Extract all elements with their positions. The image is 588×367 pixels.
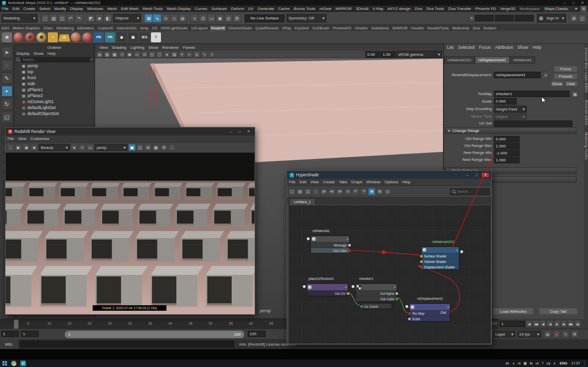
redshift-ies-icon[interactable]: IES — [140, 32, 149, 42]
rotate-tool-icon[interactable]: ↻ — [1, 99, 12, 110]
menu-item[interactable]: Mesh — [105, 6, 119, 11]
bookmarks-icon[interactable]: ▥ — [104, 51, 111, 58]
render-current-frame-icon[interactable]: ◉ — [216, 14, 224, 22]
hypershade-search-input[interactable] — [457, 190, 487, 193]
shelf-tab[interactable]: QuadRemesh — [254, 25, 281, 31]
node-place2dTexture1[interactable]: ≡ Out UV — [306, 283, 348, 296]
node-checker1[interactable]: ≡ Out AlphaOut Color — [355, 283, 397, 302]
image-plane-icon[interactable]: ▦ — [111, 51, 118, 58]
menu-item[interactable]: Curves — [193, 6, 209, 11]
render-settings-gear-icon[interactable]: ⚙ — [160, 144, 167, 151]
play-forward-button[interactable]: ▶ — [554, 320, 560, 327]
region-icon[interactable]: ◌ — [168, 144, 175, 151]
aov-dropdown[interactable]: Beauty ▾ — [39, 144, 70, 151]
scale-field[interactable]: 0.500 — [494, 98, 517, 105]
node-attr-row[interactable]: Scale — [410, 316, 450, 321]
wireframe-icon[interactable]: ◻ — [156, 51, 163, 58]
node-name-field[interactable]: rsDisplacement1 — [494, 72, 541, 78]
node-rsMaterial1SG[interactable]: ≡ Surface ShaderVolume ShaderDisplacemen… — [421, 246, 459, 270]
render-camera-dropdown[interactable]: persp ▾ — [95, 144, 128, 151]
menu-item[interactable]: AXYZ design — [385, 6, 413, 11]
node-header[interactable]: ≡ — [422, 247, 459, 253]
menu-set-dropdown[interactable]: Modeling ▾ — [1, 14, 37, 22]
workspace-dropdown[interactable]: Maya Classic ▾ — [543, 5, 579, 12]
shelf-tab[interactable]: GS — [150, 25, 159, 31]
selection-mask-dropdown[interactable]: Objects ▾ — [113, 14, 141, 22]
previous-graph-icon[interactable]: ↶ — [352, 188, 359, 195]
resolution-gate-icon[interactable]: ◫ — [148, 51, 155, 58]
copy-tab-button[interactable]: Copy Tab — [539, 308, 578, 315]
outliner-item[interactable]: ◉ rsDomeLight1 — [14, 99, 94, 105]
animation-preferences-icon[interactable]: ⚙ — [571, 331, 578, 338]
menu-item[interactable]: 3DtoAll — [354, 6, 371, 11]
select-hierarchy-icon[interactable]: ◩ — [87, 14, 95, 22]
graph-downstream-icon[interactable]: ≫ — [336, 188, 343, 195]
workspace-settings-icon[interactable]: ⊞ — [580, 5, 587, 12]
playback-start-field[interactable]: 1 — [1, 331, 19, 337]
shelf-tab[interactable]: VRay — [281, 25, 293, 31]
shelf-tab[interactable]: GoZBrush — [311, 25, 331, 31]
open-graph-icon[interactable]: ▤ — [296, 188, 303, 195]
paint-select-tool-icon[interactable]: ✎ — [1, 73, 12, 84]
menu-item[interactable]: Ziva Transfer — [446, 6, 473, 11]
node-menu-icon[interactable]: ≡ — [447, 305, 449, 309]
render-options-icon[interactable]: ≡ — [79, 144, 86, 151]
pin-selected-icon[interactable]: ⊕ — [368, 188, 375, 195]
shelf-tab[interactable]: Ziva — [471, 25, 482, 31]
crop-region-icon[interactable]: ▭ — [87, 144, 94, 151]
menu-item[interactable]: Cache — [276, 6, 292, 11]
close-button[interactable]: ✕ — [245, 129, 252, 134]
outliner-menu-item[interactable]: Help — [47, 51, 55, 56]
shelf-tab[interactable]: ASH — [0, 25, 11, 31]
rendered-image[interactable]: Frame 1: 2022-07-04 17:06:26 (2.15s) — [5, 153, 255, 314]
node-output-dot[interactable] — [460, 250, 463, 253]
step-forward-frame-button[interactable]: |▶ — [561, 320, 567, 327]
node-menu-icon[interactable]: ≡ — [456, 248, 458, 252]
shelf-tab[interactable]: KeyShot — [293, 25, 310, 31]
command-language-toggle[interactable]: MEL — [0, 339, 19, 349]
outliner-item[interactable]: ▣ front — [14, 75, 94, 81]
redshift-cylinder-icon[interactable]: ≡ — [48, 32, 58, 42]
shelf-tab[interactable]: Motion Graphics — [11, 25, 42, 31]
hypershade-menu-item[interactable]: Help — [400, 180, 412, 184]
shelf-tab[interactable]: Rendering — [55, 25, 76, 31]
range-value-field[interactable]: 1.000 — [494, 157, 520, 163]
shelf-tab[interactable]: malcolm341 — [115, 25, 139, 31]
gate-mask-icon[interactable]: ▭ — [134, 51, 141, 58]
camera-attributes-icon[interactable]: ▤ — [96, 51, 103, 58]
menu-item[interactable]: Edit Mesh — [119, 6, 141, 11]
step-back-frame-button[interactable]: ◀| — [540, 320, 546, 327]
redshift-material-sphere-icon[interactable] — [82, 32, 92, 42]
node-input-dot[interactable] — [405, 305, 409, 308]
menu-item[interactable]: Ziva — [413, 6, 424, 11]
tray-icon[interactable]: nl — [518, 362, 520, 365]
render-settings-icon[interactable]: ⚙ — [233, 14, 241, 22]
undo-icon[interactable]: ↶ — [66, 14, 75, 22]
change-range-section-header[interactable]: ▼ Change Range — [445, 127, 577, 134]
node-header[interactable]: ≡ — [356, 284, 397, 290]
redshift-dome-light-icon[interactable] — [71, 32, 81, 42]
render-view-title-bar[interactable]: R Redshift Render View – □ ✕ — [5, 127, 255, 135]
abort-render-icon[interactable]: ■ — [31, 144, 38, 151]
start-ipr-icon[interactable]: ◉ — [23, 144, 30, 151]
motion-blur-icon[interactable]: ∿ — [201, 51, 208, 58]
maximize-button[interactable]: □ — [236, 129, 243, 134]
shadows-icon[interactable]: ◐ — [186, 51, 193, 58]
node-checker1-uvcoord[interactable]: Uv Coord — [361, 303, 392, 309]
move-tool-icon[interactable]: + — [1, 86, 12, 97]
menu-item[interactable]: Surfaces — [209, 6, 229, 11]
menu-item[interactable]: Ziva Tools — [424, 6, 446, 11]
menu-item[interactable]: Modify — [52, 6, 68, 11]
sidebar-vertical-tab[interactable]: Modeling Toolkit — [585, 132, 588, 160]
focus-button[interactable]: Focus — [554, 66, 578, 72]
anim-layer-dropdown[interactable]: Layer ▾ — [493, 331, 515, 338]
menu-item[interactable]: mGear — [317, 6, 333, 11]
outliner-menu-item[interactable]: Show — [33, 51, 43, 56]
redshift-plane-icon[interactable]: ▦ — [58, 34, 70, 41]
menu-item[interactable]: Phoenix FD — [473, 6, 498, 11]
outliner-item[interactable]: ▣ top — [14, 69, 94, 75]
node-attr-row[interactable]: Out Color — [356, 296, 397, 301]
menu-item[interactable]: Deform — [229, 6, 246, 11]
sidebar-vertical-tab[interactable]: Attribute Editor — [585, 100, 588, 125]
hypershade-title-bar[interactable]: H Hypershade – □ ✕ — [287, 171, 491, 179]
